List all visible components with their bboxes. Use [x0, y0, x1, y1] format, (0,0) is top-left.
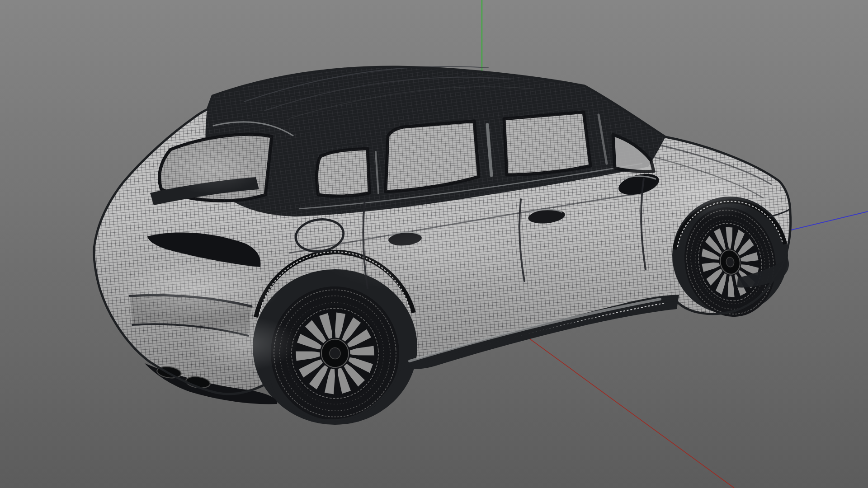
fender-sheen [646, 169, 764, 219]
viewport[interactable] [0, 0, 868, 488]
rear-glass-sheen [163, 145, 262, 194]
rear-lower-sheen [190, 316, 298, 371]
rear-bumper-sheen [108, 258, 280, 321]
door-sheen [316, 212, 552, 294]
viewport-canvas[interactable] [0, 0, 868, 488]
